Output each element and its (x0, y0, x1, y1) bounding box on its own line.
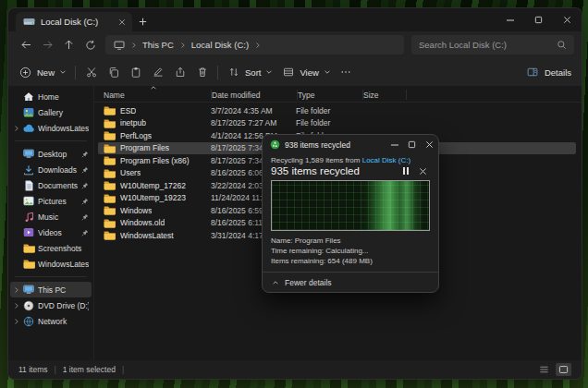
maximize-button[interactable] (524, 8, 553, 31)
up-button[interactable] (58, 35, 80, 55)
large-icons-view-icon[interactable] (556, 363, 571, 376)
sidebar-item-windowslatest[interactable]: WindowsLatest (10, 256, 92, 272)
tab-close-icon[interactable] (118, 18, 126, 26)
table-row[interactable]: ESD 3/7/2024 4:35 AM File folder (98, 104, 576, 117)
navigation-sidebar: Home Gallery WindowsLatest - Pe Desktop … (8, 86, 94, 360)
close-icon (425, 140, 434, 149)
share-button[interactable] (173, 66, 187, 79)
view-button[interactable]: View (281, 66, 330, 79)
chevron-right-icon (130, 42, 137, 49)
selection-count[interactable]: 1 item selected (63, 365, 116, 374)
toolbar-separator (75, 66, 76, 79)
cut-button[interactable] (84, 66, 98, 79)
details-view-icon[interactable] (536, 363, 552, 376)
source-location-link[interactable]: Local Disk (C:) (362, 156, 410, 164)
breadcrumb-local-disk[interactable]: Local Disk (C:) (191, 40, 249, 50)
folder-icon (104, 230, 116, 240)
progress-detail-line: Items remaining: 654 (489 MB) (271, 256, 430, 266)
search-icon (557, 40, 567, 50)
desktop-icon (22, 149, 35, 159)
sidebar-item-desktop[interactable]: Desktop (10, 146, 92, 162)
table-row[interactable]: inetpub 8/17/2025 7:27 AM File folder (98, 117, 576, 130)
details-pane-button[interactable]: Details (526, 66, 571, 79)
sidebar-item-pictures[interactable]: Pictures (10, 193, 92, 209)
documents-icon (22, 180, 35, 191)
dialog-maximize-button[interactable] (403, 135, 421, 154)
folder-icon (22, 259, 35, 269)
close-button[interactable] (553, 8, 582, 31)
sidebar-item-documents[interactable]: Documents (10, 177, 92, 193)
gallery-icon (22, 107, 35, 117)
recycling-source-line: Recycling 1,589 items from Local Disk (C… (271, 156, 430, 164)
chevron-down-icon (265, 68, 273, 76)
file-name: Program Files (120, 143, 169, 152)
view-toggles (536, 363, 571, 376)
sort-ascending-icon (150, 84, 157, 91)
new-button[interactable]: New (18, 66, 67, 79)
sidebar-item-gallery[interactable]: Gallery (10, 104, 92, 120)
breadcrumb-this-pc[interactable]: This PC (142, 40, 174, 50)
chevron-right-icon[interactable] (12, 286, 19, 294)
folder-icon (104, 180, 116, 190)
recycling-prefix: Recycling 1,589 items from (271, 156, 362, 164)
copy-button[interactable] (106, 66, 120, 79)
maximize-icon (408, 140, 416, 149)
new-icon (18, 66, 32, 79)
sidebar-item-label: WindowsLatest (38, 260, 89, 269)
sidebar-item-label: Network (38, 317, 89, 326)
minimize-icon (390, 140, 399, 150)
cancel-icon[interactable] (419, 167, 427, 176)
recycle-progress-dialog: 938 items recycled Recycling 1,589 items… (262, 134, 439, 293)
file-name: W10Utemp_19223 (120, 193, 186, 202)
sidebar-item-dvd-drive-d-ccc[interactable]: DVD Drive (D:) CCC (10, 297, 92, 313)
cloud-icon (22, 124, 35, 133)
sidebar-item-music[interactable]: Music (10, 209, 92, 224)
file-name: ESD (120, 106, 136, 115)
sort-button[interactable]: Sort (227, 66, 273, 79)
sidebar-item-windowslatest-pe[interactable]: WindowsLatest - Pe (10, 120, 92, 136)
pause-icon[interactable] (403, 167, 409, 175)
refresh-button[interactable] (80, 35, 101, 55)
progress-details: Name: Program FilesTime remaining: Calcu… (271, 236, 430, 266)
progress-detail-line: Time remaining: Calculating... (271, 246, 430, 256)
rename-button[interactable] (151, 66, 165, 79)
minimize-button[interactable] (496, 8, 524, 31)
back-button[interactable] (16, 35, 37, 55)
sidebar-item-downloads[interactable]: Downloads (10, 162, 92, 177)
file-name: PerfLogs (120, 131, 152, 140)
pin-icon (81, 213, 89, 221)
sidebar-item-videos[interactable]: Videos (10, 224, 92, 240)
new-tab-button[interactable] (132, 12, 153, 31)
forward-button[interactable] (37, 35, 58, 55)
search-input[interactable]: Search Local Disk (C:) (411, 35, 574, 55)
tab-bar: Local Disk (C:) (8, 8, 582, 31)
chevron-right-icon[interactable] (12, 125, 19, 132)
dialog-title-bar[interactable]: 938 items recycled (263, 135, 438, 154)
folder-icon (104, 105, 116, 115)
more-options-button[interactable] (339, 66, 353, 79)
delete-button[interactable] (195, 66, 209, 79)
sidebar-item-home[interactable]: Home (10, 89, 92, 104)
pin-icon (81, 182, 89, 189)
dialog-minimize-button[interactable] (386, 135, 403, 154)
fewer-details-button[interactable]: Fewer details (263, 273, 438, 292)
sidebar-item-this-pc[interactable]: This PC (10, 282, 92, 297)
chevron-right-icon (254, 42, 261, 49)
up-icon (63, 39, 75, 51)
chevron-right-icon[interactable] (12, 302, 19, 309)
breadcrumb[interactable]: This PC Local Disk (C:) (105, 35, 404, 55)
column-header-name[interactable]: Name (104, 90, 212, 100)
column-header-type[interactable]: Type (298, 90, 363, 100)
paste-button[interactable] (129, 66, 142, 79)
sidebar-item-network[interactable]: Network (10, 313, 92, 329)
file-name: inetpub (120, 118, 146, 127)
sidebar-item-label: Downloads (38, 165, 79, 175)
tab-local-disk-c[interactable]: Local Disk (C:) (16, 12, 132, 31)
chevron-right-icon[interactable] (12, 318, 19, 325)
dialog-close-button[interactable] (421, 135, 438, 154)
file-date-modified: 3/7/2024 4:35 AM (211, 106, 296, 115)
sidebar-item-screenshots[interactable]: Screenshots (10, 240, 92, 256)
view-label: View (300, 67, 318, 78)
column-header-size[interactable]: Size (363, 90, 407, 100)
column-header-date[interactable]: Date modified (212, 90, 298, 100)
